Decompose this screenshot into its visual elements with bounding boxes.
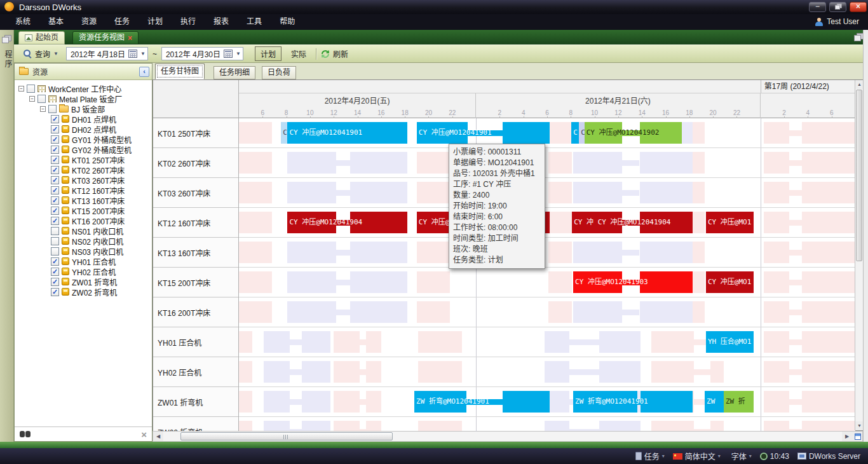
menu-item-7[interactable]: 报表 xyxy=(205,14,238,30)
tree-checkbox[interactable]: ✓ xyxy=(51,135,59,144)
tree-checkbox[interactable] xyxy=(51,247,59,256)
query-dropdown-icon[interactable]: ▼ xyxy=(53,51,58,57)
status-item-3[interactable]: 字体▾ xyxy=(729,451,752,461)
refresh-button[interactable]: 刷新 xyxy=(321,48,348,59)
menu-item-1[interactable]: 系统 xyxy=(6,14,39,30)
scroll-left-icon[interactable]: ◀ xyxy=(153,432,163,441)
date-to-picker[interactable]: 2012年 4月30日 ▼ xyxy=(161,47,243,60)
tree-item-bj[interactable]: −BJ 钣金部 xyxy=(17,104,152,114)
tree-checkbox[interactable]: ✓ xyxy=(51,217,59,225)
tree-checkbox[interactable] xyxy=(51,237,59,245)
windows-list-icon[interactable] xyxy=(854,33,863,41)
tree-checkbox[interactable]: ✓ xyxy=(51,125,59,133)
close-panel-icon[interactable]: × xyxy=(141,429,147,440)
dropdown-caret-icon[interactable]: ▾ xyxy=(718,453,721,459)
tree-checkbox[interactable] xyxy=(27,85,35,93)
tree-checkbox[interactable]: ✓ xyxy=(51,257,59,266)
tree-item-kt01[interactable]: ✓KT01 250T冲床 xyxy=(17,154,152,165)
status-item-2[interactable]: 简体中文▾ xyxy=(673,451,721,461)
tree-item-ns03[interactable]: NS03 内收口机 xyxy=(17,246,152,256)
tree-item-kt12[interactable]: ✓KT12 160T冲床 xyxy=(17,185,152,195)
plan-toggle-button[interactable]: 计划 xyxy=(255,46,281,61)
tree-expander-icon[interactable]: − xyxy=(18,86,24,92)
query-button[interactable]: 查询 ▼ xyxy=(20,47,62,60)
calendar-icon[interactable] xyxy=(224,50,233,58)
dropdown-caret-icon[interactable]: ▾ xyxy=(749,453,752,459)
tab-home-page[interactable]: 起始页 xyxy=(18,31,65,44)
menu-item-2[interactable]: 基本 xyxy=(39,14,72,30)
tree-checkbox[interactable]: ✓ xyxy=(51,278,59,286)
tree-checkbox[interactable]: ✓ xyxy=(51,166,59,174)
tab-close-icon[interactable]: × xyxy=(128,34,132,42)
tree-item-zw01[interactable]: ✓ZW01 折弯机 xyxy=(17,276,152,287)
tree-item-zw02[interactable]: ✓ZW02 折弯机 xyxy=(17,287,152,297)
side-strip-label[interactable]: 程序 xyxy=(3,50,13,69)
tab-task-gantt[interactable]: 任务甘特图 xyxy=(155,64,205,79)
tree-checkbox[interactable] xyxy=(51,227,59,235)
tree-checkbox[interactable]: ✓ xyxy=(51,176,59,184)
minimize-button[interactable]: − xyxy=(809,2,826,12)
tree-item-kt03[interactable]: ✓KT03 260T冲床 xyxy=(17,175,152,185)
vertical-scrollbar[interactable]: ▲ ▼ xyxy=(855,80,863,430)
shift-shade-block xyxy=(350,271,407,293)
tree-item-metal-plate[interactable]: −Metal Plate 钣金厂 xyxy=(17,93,152,104)
gantt-bar-label: C xyxy=(281,122,287,144)
tree-item-workcenter[interactable]: −WorkCenter 工作中心 xyxy=(17,83,152,93)
menu-item-9[interactable]: 帮助 xyxy=(271,14,304,30)
status-item-1[interactable]: 任务▾ xyxy=(635,451,665,461)
menu-item-8[interactable]: 工具 xyxy=(238,14,271,30)
tree-item-ns01[interactable]: NS01 内收口机 xyxy=(17,226,152,236)
tab-task-detail[interactable]: 任务明细 xyxy=(214,66,255,79)
date-to-dropdown-icon[interactable]: ▼ xyxy=(236,51,241,57)
gantt-bar-label: ZW 折弯@MO12041901 xyxy=(573,391,693,413)
tree-checkbox[interactable]: ✓ xyxy=(51,186,59,194)
menu-item-6[interactable]: 执行 xyxy=(172,14,205,30)
server-icon xyxy=(797,453,806,460)
user-box[interactable]: Test User xyxy=(815,14,859,30)
tree-item-kt02[interactable]: ✓KT02 260T冲床 xyxy=(17,165,152,175)
menu-item-5[interactable]: 计划 xyxy=(139,14,172,30)
tree-item-yh01[interactable]: ✓YH01 压合机 xyxy=(17,256,152,266)
tree-checkbox[interactable] xyxy=(37,95,46,103)
shift-shade-block xyxy=(417,152,450,174)
tree-checkbox[interactable]: ✓ xyxy=(51,288,59,296)
dropdown-caret-icon[interactable]: ▾ xyxy=(662,453,665,459)
tree-item-dh02[interactable]: ✓DH02 点焊机 xyxy=(17,124,152,134)
tree-checkbox[interactable]: ✓ xyxy=(51,156,59,164)
tree-checkbox[interactable]: ✓ xyxy=(51,146,59,154)
calendar-icon[interactable] xyxy=(128,50,137,58)
tree-item-kt16[interactable]: ✓KT16 200T冲床 xyxy=(17,215,152,226)
vertical-scroll-thumb[interactable] xyxy=(856,90,862,261)
tree-checkbox[interactable]: ✓ xyxy=(51,115,59,123)
scroll-corner-button[interactable] xyxy=(852,432,862,441)
horizontal-scrollbar[interactable]: ◀ ▶ xyxy=(153,431,863,442)
tree-item-gy02[interactable]: ✓GY02 外桶成型机 xyxy=(17,144,152,154)
tree-item-kt13[interactable]: ✓KT13 160T冲床 xyxy=(17,195,152,205)
tree-expander-icon[interactable]: − xyxy=(40,106,46,112)
tree-item-gy01[interactable]: ✓GY01 外桶成型机 xyxy=(17,134,152,144)
menu-item-4[interactable]: 任务 xyxy=(105,14,139,30)
panels-icon[interactable] xyxy=(2,35,11,43)
shift-shade-block xyxy=(287,271,336,293)
date-from-dropdown-icon[interactable]: ▼ xyxy=(140,51,146,57)
scroll-right-icon[interactable]: ▶ xyxy=(842,432,852,441)
tree-checkbox[interactable]: ✓ xyxy=(51,268,59,276)
tab-resource-task-view[interactable]: 资源任务视图 × xyxy=(72,31,139,44)
tree-item-dh01[interactable]: ✓DH01 点焊机 xyxy=(17,114,152,124)
tree-expander-icon[interactable]: − xyxy=(29,96,35,102)
menu-item-3[interactable]: 资源 xyxy=(72,14,105,30)
collapse-panel-button[interactable]: ‹ xyxy=(139,67,149,77)
restore-button[interactable] xyxy=(829,2,846,12)
close-button[interactable]: × xyxy=(850,2,867,12)
horizontal-scroll-thumb[interactable] xyxy=(180,432,393,440)
tree-checkbox[interactable]: ✓ xyxy=(51,196,59,205)
tree-checkbox[interactable] xyxy=(48,105,57,113)
find-icon[interactable] xyxy=(20,431,31,437)
tree-item-yh02[interactable]: ✓YH02 压合机 xyxy=(17,266,152,276)
tab-daily-load[interactable]: 日负荷 xyxy=(262,66,296,79)
tree-checkbox[interactable]: ✓ xyxy=(51,207,59,215)
tree-item-ns02[interactable]: NS02 内收口机 xyxy=(17,236,152,246)
date-from-picker[interactable]: 2012年 4月18日 ▼ xyxy=(66,47,148,60)
tree-item-kt15[interactable]: ✓KT15 200T冲床 xyxy=(17,205,152,215)
actual-toggle-button[interactable]: 实际 xyxy=(286,47,311,60)
